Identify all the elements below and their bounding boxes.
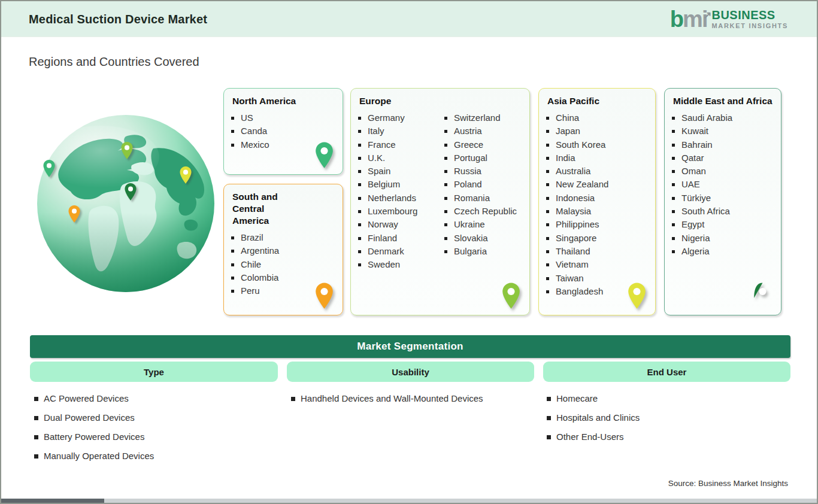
source-credit: Source: Business Market Insights — [668, 479, 788, 488]
scrollbar-thumb[interactable] — [1, 499, 104, 503]
list-item: Kuwait — [672, 125, 774, 138]
list-item-label: Singapore — [556, 233, 596, 243]
list-item-label: Switzerland — [454, 113, 501, 123]
bullet-icon — [672, 250, 675, 253]
segment-label: Usability — [392, 367, 429, 377]
list-item: Saudi Arabia — [672, 111, 774, 125]
list-item: Netherlands — [358, 192, 438, 205]
horizontal-scrollbar[interactable] — [1, 499, 817, 503]
list-item-label: Japan — [556, 126, 580, 136]
list-item-label: Homecare — [556, 393, 598, 403]
bullet-icon — [672, 210, 675, 213]
bullet-icon — [672, 197, 675, 200]
logo-wordmark: BUSINESS MARKET INSIGHTS — [711, 9, 788, 29]
list-item-label: U.K. — [368, 153, 385, 163]
list-item-label: Romania — [454, 193, 490, 203]
list-item-label: Philippines — [556, 219, 599, 229]
list-item-label: South Korea — [556, 139, 605, 150]
list-item: Other End-Users — [547, 427, 640, 447]
globe-pin-north-america-icon — [43, 159, 56, 178]
bullet-icon — [546, 170, 549, 173]
region-card-europe: Europe GermanyItalyFranceU.K.SpainBelgiu… — [350, 88, 530, 315]
list-item: Malaysia — [546, 205, 648, 218]
list-item: Finland — [358, 232, 438, 245]
region-card-south-central-america: South and Central America BrazilArgentin… — [223, 184, 343, 315]
bullet-icon — [444, 157, 447, 160]
globe-illustration — [36, 114, 216, 293]
list-item-label: Algeria — [681, 246, 710, 256]
list-item: U.K. — [358, 151, 438, 165]
bullet-icon — [444, 170, 447, 173]
bullet-icon — [672, 223, 675, 226]
list-item-label: Saudi Arabia — [681, 113, 732, 123]
bmi-logo-mark: bmi ↗ — [670, 7, 707, 31]
list-item: South Korea — [546, 138, 648, 151]
region-card-title: Europe — [359, 95, 522, 107]
segmentation-header-bar: Market Segmentation — [30, 335, 790, 358]
bullet-icon — [444, 197, 447, 200]
bullet-icon — [358, 197, 361, 200]
bullet-icon — [358, 170, 361, 173]
list-item-label: Argentina — [241, 245, 279, 256]
segment-label: Type — [144, 367, 164, 377]
bullet-icon — [672, 130, 675, 133]
bullet-icon — [547, 435, 551, 439]
list-item: Slovakia — [444, 232, 525, 245]
bullet-icon — [231, 130, 234, 133]
bullet-icon — [358, 210, 361, 213]
logo-letter-m: m — [683, 7, 702, 32]
list-item: New Zealand — [546, 178, 648, 191]
bullet-icon — [444, 144, 447, 147]
list-item-label: Peru — [241, 286, 260, 296]
list-item-label: Handheld Devices and Wall-Mounted Device… — [301, 393, 483, 403]
region-card-asia-pacific: Asia Pacific ChinaJapanSouth KoreaIndiaA… — [538, 88, 656, 315]
globe-pin-asia-icon — [179, 166, 192, 184]
list-item: Switzerland — [444, 111, 525, 125]
segmentation-title: Market Segmentation — [357, 341, 463, 353]
bullet-icon — [546, 197, 549, 200]
bullet-icon — [672, 183, 675, 186]
bullet-icon — [672, 117, 675, 120]
list-item-label: Ukraine — [454, 219, 485, 229]
bullet-icon — [546, 210, 549, 213]
globe-graphic — [36, 114, 216, 293]
list-item-label: Malaysia — [556, 206, 591, 216]
list-item-label: Australia — [556, 166, 590, 176]
list-item-label: India — [556, 153, 575, 163]
segment-pill-usability: Usability — [287, 362, 534, 382]
list-item-label: France — [368, 139, 396, 150]
list-item: US — [231, 111, 335, 125]
bullet-icon — [34, 454, 38, 459]
list-item: Sweden — [358, 258, 438, 271]
list-item: Nigeria — [672, 232, 774, 245]
list-item: Portugal — [444, 151, 525, 165]
list-item: Spain — [358, 165, 438, 178]
list-item-label: Russia — [454, 166, 481, 176]
bullet-icon — [231, 250, 234, 253]
bullet-icon — [546, 183, 549, 186]
list-item: Australia — [546, 165, 648, 178]
bullet-icon — [358, 117, 361, 120]
list-item: Denmark — [358, 245, 438, 258]
bullet-icon — [358, 183, 361, 186]
bullet-icon — [546, 250, 549, 253]
region-card-title: South and Central America — [232, 191, 303, 227]
list-item-label: Indonesia — [556, 193, 595, 203]
bullet-icon — [231, 277, 234, 280]
list-item-label: Dual Powered Devices — [44, 412, 135, 423]
list-item: China — [546, 111, 648, 125]
list-item-label: Chile — [241, 259, 261, 269]
list-item-label: Canda — [241, 126, 267, 136]
list-item-label: Germany — [368, 113, 405, 123]
bullet-icon — [672, 157, 675, 160]
bullet-icon — [231, 263, 234, 266]
globe-pin-europe-icon — [120, 141, 134, 160]
segment-label: End User — [647, 367, 687, 377]
list-item: Germany — [358, 111, 438, 125]
list-item-label: Austria — [454, 126, 482, 136]
bullet-icon — [546, 290, 549, 293]
list-item: Greece — [444, 138, 525, 151]
region-card-north-america: North America USCandaMexico — [223, 88, 343, 175]
bullet-icon — [444, 237, 447, 240]
list-item-label: Netherlands — [368, 193, 416, 203]
